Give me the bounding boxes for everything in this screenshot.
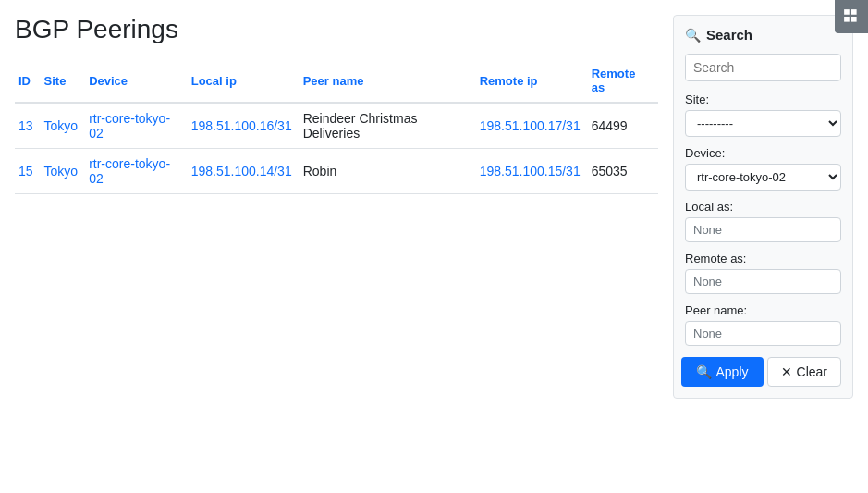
cell-id: 13 — [15, 103, 41, 149]
search-input[interactable] — [686, 55, 841, 80]
apply-icon: 🔍 — [696, 364, 712, 379]
filter-label-remote_as: Remote as: — [685, 252, 841, 265]
link-remote_ip[interactable]: 198.51.100.17/31 — [480, 118, 581, 133]
main-content: BGP Peerings ID Site Device Local ip Pee… — [15, 15, 658, 399]
search-panel-header: 🔍 Search — [685, 27, 841, 43]
clear-label: Clear — [797, 364, 827, 379]
filter-group-device: Device:rtr-core-tokyo-02 — [685, 146, 841, 191]
filter-label-local_as: Local as: — [685, 200, 841, 214]
filter-input-local_as[interactable] — [685, 217, 841, 242]
filter-label-peer_name: Peer name: — [685, 303, 841, 317]
cell-device: rtr-core-tokyo-02 — [85, 103, 188, 149]
link-local_ip[interactable]: 198.51.100.14/31 — [191, 164, 292, 179]
filter-group-remote_as: Remote as: — [685, 252, 841, 294]
link-id[interactable]: 15 — [18, 164, 33, 179]
link-local_ip[interactable]: 198.51.100.16/31 — [191, 118, 292, 133]
page-title: BGP Peerings — [15, 15, 658, 44]
svg-rect-3 — [851, 17, 857, 22]
search-panel-title: Search — [706, 27, 752, 43]
filter-select-device[interactable]: rtr-core-tokyo-02 — [685, 164, 841, 191]
filter-input-peer_name[interactable] — [685, 321, 841, 346]
grid-icon[interactable] — [835, 0, 868, 33]
filter-group-local_as: Local as: — [685, 200, 841, 242]
cell-site: Tokyo — [41, 103, 86, 149]
search-input-group: 🔍 — [685, 54, 841, 81]
filters-container: Site:---------Device:rtr-core-tokyo-02Lo… — [685, 92, 841, 346]
table-container: ID Site Device Local ip Peer name Remote… — [15, 59, 658, 194]
cell-peer_name: Robin — [300, 149, 476, 194]
col-header-device: Device — [85, 59, 188, 103]
apply-button[interactable]: 🔍 Apply — [681, 357, 764, 387]
clear-icon: ✕ — [781, 364, 792, 379]
link-device[interactable]: rtr-core-tokyo-02 — [89, 111, 170, 141]
filter-input-remote_as[interactable] — [685, 269, 841, 294]
cell-site: Tokyo — [41, 149, 86, 194]
link-id[interactable]: 13 — [18, 118, 33, 133]
cell-device: rtr-core-tokyo-02 — [85, 149, 188, 194]
link-site[interactable]: Tokyo — [44, 118, 79, 133]
svg-rect-1 — [851, 9, 857, 15]
search-panel: 🔍 Search 🔍 Site:---------Device:rtr-core… — [673, 15, 853, 399]
cell-remote_as: 65035 — [588, 149, 658, 194]
link-remote_ip[interactable]: 198.51.100.15/31 — [480, 164, 581, 179]
cell-remote_as: 64499 — [588, 103, 658, 149]
cell-remote_ip: 198.51.100.15/31 — [476, 149, 588, 194]
filter-group-peer_name: Peer name: — [685, 303, 841, 346]
svg-rect-0 — [844, 9, 850, 15]
table-header-row: ID Site Device Local ip Peer name Remote… — [15, 59, 658, 103]
table-row: 15Tokyortr-core-tokyo-02198.51.100.14/31… — [15, 149, 658, 194]
cell-local_ip: 198.51.100.16/31 — [188, 103, 300, 149]
svg-rect-2 — [844, 17, 850, 22]
sidebar: 🔍 Search 🔍 Site:---------Device:rtr-core… — [673, 15, 853, 399]
filter-buttons: 🔍 Apply ✕ Clear — [685, 357, 841, 387]
filter-select-site[interactable]: --------- — [685, 110, 841, 137]
cell-id: 15 — [15, 149, 41, 194]
col-header-local-ip: Local ip — [188, 59, 300, 103]
col-header-remote-as: Remote as — [588, 59, 658, 103]
col-header-id: ID — [15, 59, 41, 103]
filter-label-site: Site: — [685, 92, 841, 106]
col-header-peer-name: Peer name — [300, 59, 476, 103]
filter-label-device: Device: — [685, 146, 841, 160]
search-icon: 🔍 — [685, 28, 701, 43]
cell-peer_name: Reindeer Christmas Deliveries — [300, 103, 476, 149]
clear-button[interactable]: ✕ Clear — [767, 357, 841, 387]
link-site[interactable]: Tokyo — [44, 164, 79, 179]
cell-local_ip: 198.51.100.14/31 — [188, 149, 300, 194]
table-row: 13Tokyortr-core-tokyo-02198.51.100.16/31… — [15, 103, 658, 149]
col-header-site: Site — [41, 59, 86, 103]
link-device[interactable]: rtr-core-tokyo-02 — [89, 156, 170, 186]
bgp-peerings-table: ID Site Device Local ip Peer name Remote… — [15, 59, 658, 194]
cell-remote_ip: 198.51.100.17/31 — [476, 103, 588, 149]
apply-label: Apply — [716, 364, 749, 379]
col-header-remote-ip: Remote ip — [476, 59, 588, 103]
filter-group-site: Site:--------- — [685, 92, 841, 137]
